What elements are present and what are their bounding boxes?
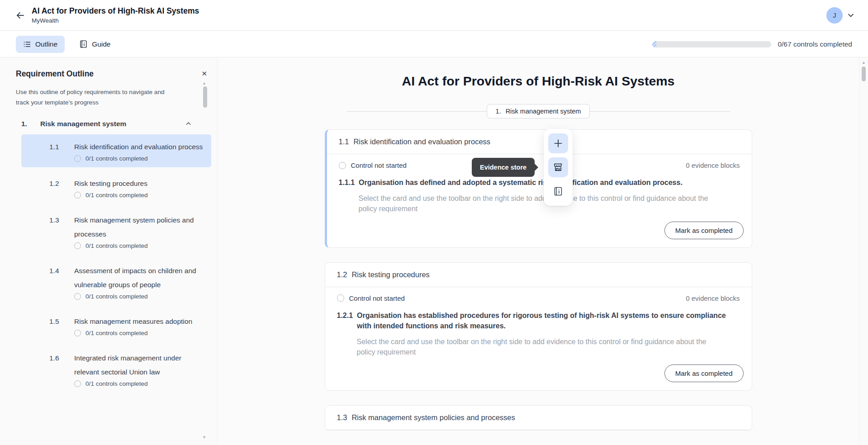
control-status-circle-icon xyxy=(339,162,346,169)
book-info-icon xyxy=(553,186,563,196)
evidence-store-tooltip: Evidence store xyxy=(472,158,535,177)
control-text: Organisation has defined and adopted a s… xyxy=(359,177,683,188)
section-chip-number: 1. xyxy=(496,108,501,115)
storefront-icon xyxy=(553,162,563,172)
main-scrollbar-thumb[interactable] xyxy=(862,66,866,81)
status-circle-icon xyxy=(74,293,81,300)
item-number: 1.3 xyxy=(49,213,74,249)
sidebar-scroll-up-icon[interactable]: ▲ xyxy=(202,81,206,85)
mark-completed-button[interactable]: Mark as completed xyxy=(664,365,744,382)
header-titles: AI Act for Providers of High-Risk AI Sys… xyxy=(32,6,199,24)
avatar[interactable]: J xyxy=(826,7,843,24)
panel-title: Requirement Outline xyxy=(16,69,94,79)
item-status: 0/1 controls completed xyxy=(85,380,148,387)
control-number: 1.2.1 xyxy=(337,310,353,331)
guidance-button[interactable] xyxy=(548,181,568,201)
sidebar-item-1-5[interactable]: 1.5 Risk management measures adoption 0/… xyxy=(21,309,211,342)
page-subtitle: MyWealth xyxy=(32,17,199,24)
controls-progress-bar xyxy=(652,41,771,47)
document-area: AI Act for Providers of High-Risk AI Sys… xyxy=(218,57,859,445)
requirement-outline-panel: Requirement Outline ✕ Use this outline o… xyxy=(0,57,218,445)
section-divider: 1. Risk management system xyxy=(325,104,752,118)
control-status-label: Control not started xyxy=(351,161,407,169)
sidebar-item-1-4[interactable]: 1.4 Assessment of impacts on children an… xyxy=(21,258,211,305)
status-circle-icon xyxy=(74,380,81,387)
evidence-count: 0 evidence blocks xyxy=(686,161,740,169)
card-title: Risk testing procedures xyxy=(351,270,429,279)
control-hint: Select the card and use the toolbar on t… xyxy=(359,193,726,214)
tooltip-label: Evidence store xyxy=(480,164,526,171)
sidebar-scroll-down-icon[interactable]: ▼ xyxy=(202,435,206,440)
close-icon: ✕ xyxy=(201,70,207,77)
panel-description: Use this outline of policy requirements … xyxy=(16,87,167,108)
control-card-1-1[interactable]: 1.1 Risk identification and evaluation p… xyxy=(325,129,752,248)
item-number: 1.2 xyxy=(49,176,74,199)
section-chip: 1. Risk management system xyxy=(487,104,590,118)
status-circle-icon xyxy=(74,155,81,162)
list-icon xyxy=(23,40,31,48)
tab-outline[interactable]: Outline xyxy=(16,36,65,53)
control-hint: Select the card and use the toolbar on t… xyxy=(357,336,724,357)
card-title: Risk management system policies and proc… xyxy=(351,413,515,422)
sidebar-item-1-2[interactable]: 1.2 Risk testing procedures 0/1 controls… xyxy=(21,171,211,204)
sidebar-item-list: 1.1 Risk identification and evaluation p… xyxy=(21,134,211,393)
card-number: 1.1 xyxy=(339,137,349,146)
chevron-up-icon[interactable] xyxy=(185,120,192,128)
main-scrollbar[interactable]: ▲ xyxy=(859,57,868,445)
item-status: 0/1 controls completed xyxy=(85,330,148,336)
back-button[interactable] xyxy=(13,8,28,23)
arrow-left-icon xyxy=(15,10,26,21)
control-text: Organisation has established procedures … xyxy=(357,310,733,331)
item-number: 1.1 xyxy=(49,140,74,162)
card-number: 1.2 xyxy=(337,270,347,279)
item-number: 1.6 xyxy=(49,351,74,387)
section-chip-label: Risk management system xyxy=(506,108,581,115)
tab-guide[interactable]: Guide xyxy=(72,36,118,53)
sidebar-scrollbar-thumb[interactable] xyxy=(203,86,207,108)
control-status-label: Control not started xyxy=(349,294,405,302)
view-toolbar: Outline Guide 0/67 controls completed xyxy=(0,31,868,57)
item-label: Assessment of impacts on children and vu… xyxy=(74,264,207,292)
sidebar-item-1-6[interactable]: 1.6 Integrated risk management under rel… xyxy=(21,346,211,393)
close-panel-button[interactable]: ✕ xyxy=(199,69,209,78)
scroll-up-icon[interactable]: ▲ xyxy=(859,60,868,65)
item-label: Integrated risk management under relevan… xyxy=(74,351,207,379)
item-number: 1.5 xyxy=(49,314,74,336)
item-number: 1.4 xyxy=(49,264,74,300)
sidebar-item-1-3[interactable]: 1.3 Risk management system policies and … xyxy=(21,208,211,255)
mark-completed-button[interactable]: Mark as completed xyxy=(664,222,744,239)
section-number: 1. xyxy=(21,120,40,128)
book-info-icon xyxy=(79,40,88,48)
tab-outline-label: Outline xyxy=(35,40,57,48)
item-status: 0/1 controls completed xyxy=(85,242,148,249)
item-label: Risk testing procedures xyxy=(74,176,207,190)
item-label: Risk management measures adoption xyxy=(74,314,207,328)
control-number: 1.1.1 xyxy=(339,177,355,188)
evidence-store-button[interactable] xyxy=(548,157,568,177)
sidebar-item-1-1[interactable]: 1.1 Risk identification and evaluation p… xyxy=(21,134,211,167)
control-status-circle-icon xyxy=(337,294,344,302)
status-circle-icon xyxy=(74,192,81,199)
item-status: 0/1 controls completed xyxy=(85,155,148,162)
sidebar-section-risk-management[interactable]: 1. Risk management system xyxy=(21,120,211,128)
item-label: Risk management system policies and proc… xyxy=(74,213,207,241)
tooltip-arrow xyxy=(535,164,538,171)
chevron-down-icon[interactable] xyxy=(846,11,855,20)
card-divider xyxy=(325,430,752,430)
status-circle-icon xyxy=(74,242,81,249)
status-circle-icon xyxy=(74,330,81,336)
document-title: AI Act for Providers of High-Risk AI Sys… xyxy=(325,74,752,89)
evidence-count: 0 evidence blocks xyxy=(686,294,740,302)
avatar-initial: J xyxy=(833,12,836,19)
card-number: 1.3 xyxy=(337,413,347,422)
workspace: Requirement Outline ✕ Use this outline o… xyxy=(0,57,868,445)
add-evidence-button[interactable] xyxy=(548,133,568,153)
control-card-1-2[interactable]: 1.2 Risk testing procedures Control not … xyxy=(325,262,752,391)
card-title: Risk identification and evaluation proce… xyxy=(353,137,490,146)
control-card-1-3[interactable]: 1.3 Risk management system policies and … xyxy=(325,405,752,431)
item-label: Risk identification and evaluation proce… xyxy=(74,140,207,154)
header: AI Act for Providers of High-Risk AI Sys… xyxy=(0,0,868,31)
item-status: 0/1 controls completed xyxy=(85,192,148,199)
item-status: 0/1 controls completed xyxy=(85,293,148,300)
plus-icon xyxy=(553,138,563,148)
